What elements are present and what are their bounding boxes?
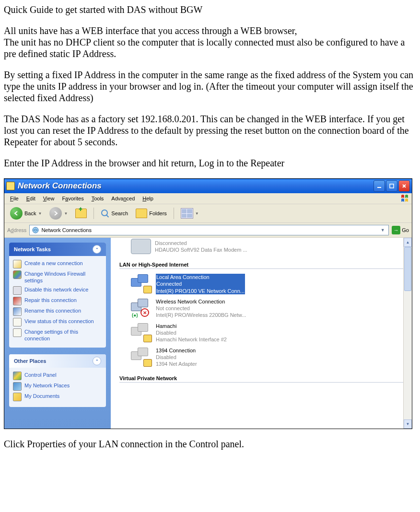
connection-item-dialup[interactable]: Disconnected HDAUDIO SoftV92 Data Fax Mo… xyxy=(130,237,407,256)
scroll-track[interactable] xyxy=(404,247,412,419)
my-documents-icon xyxy=(13,393,22,401)
network-places-icon xyxy=(13,382,22,391)
sidebar-link-my-documents[interactable]: My Documents xyxy=(13,392,102,402)
folders-button[interactable]: Folders xyxy=(133,208,170,219)
go-arrow-icon: → xyxy=(392,226,400,234)
sidebar-title-other-places: Other Places xyxy=(14,358,46,364)
window-titlebar[interactable]: Network Connections xyxy=(4,179,412,193)
search-button[interactable]: Search xyxy=(98,208,131,219)
scroll-down-button[interactable]: ▼ xyxy=(404,419,412,429)
close-button[interactable] xyxy=(398,180,410,192)
ieee1394-connection-icon xyxy=(131,348,152,367)
conn-name: Hamachi xyxy=(156,323,227,329)
menubar: File Edit View Favorites Tools Advanced … xyxy=(4,193,412,204)
views-dropdown-icon[interactable]: ▼ xyxy=(195,211,199,216)
connection-item-lan[interactable]: Local Area Connection Connected Intel(R)… xyxy=(130,272,407,296)
folders-label: Folders xyxy=(149,210,167,216)
sidebar-link-network-places[interactable]: My Network Places xyxy=(13,381,102,392)
address-bar: Address Network Connections ▼ → Go xyxy=(4,223,412,238)
back-dropdown-icon[interactable]: ▼ xyxy=(38,211,42,216)
search-label: Search xyxy=(111,210,128,216)
conn-status: Connected xyxy=(156,280,245,287)
sidebar-link-firewall[interactable]: Change Windows Firewall settings xyxy=(13,269,102,285)
conn-name: Local Area Connection xyxy=(156,274,245,280)
conn-status: Disabled xyxy=(156,354,197,361)
folders-icon xyxy=(136,209,147,218)
menu-file[interactable]: File xyxy=(6,195,23,202)
conn-name: Wireless Network Connection xyxy=(156,298,246,305)
address-dropdown-icon[interactable]: ▼ xyxy=(379,228,386,233)
conn-status: Not connected xyxy=(156,305,246,312)
address-combo[interactable]: Network Connections ▼ xyxy=(29,225,389,235)
menu-view[interactable]: View xyxy=(39,195,58,202)
connection-item-hamachi[interactable]: Hamachi Disabled Hamachi Network Interfa… xyxy=(130,321,407,345)
wizard-icon xyxy=(13,260,22,268)
vertical-scrollbar[interactable]: ▲ ▼ xyxy=(403,238,412,429)
doc-para-4: Enter the IP Address in the browser and … xyxy=(4,157,416,169)
back-label: Back xyxy=(24,210,36,216)
connection-item-1394[interactable]: 1394 Connection Disabled 1394 Net Adapte… xyxy=(130,345,407,370)
sidebar-header-other-places[interactable]: Other Places ⌃ xyxy=(9,354,106,368)
sidebar-link-create-connection[interactable]: Create a new connection xyxy=(13,259,102,269)
back-button[interactable]: Back ▼ xyxy=(7,206,45,221)
doc-title: Quick Guide to get started with DAS with… xyxy=(4,4,416,15)
conn-device: 1394 Net Adapter xyxy=(156,361,197,367)
conn-device: Intel(R) PRO/Wireless 2200BG Netw... xyxy=(156,312,246,318)
maximize-button[interactable] xyxy=(386,180,397,192)
hamachi-connection-icon xyxy=(131,323,152,342)
sidebar-link-change-settings[interactable]: Change settings of this connection xyxy=(13,327,102,343)
sidebar-link-control-panel[interactable]: Control Panel xyxy=(13,371,102,381)
go-button[interactable]: → Go xyxy=(392,226,409,234)
forward-dropdown-icon[interactable]: ▼ xyxy=(64,211,68,216)
address-icon xyxy=(32,226,39,234)
address-value: Network Connections xyxy=(41,227,377,233)
svg-rect-1 xyxy=(390,184,394,188)
menu-help[interactable]: Help xyxy=(139,195,157,202)
shield-icon xyxy=(13,270,22,279)
status-icon xyxy=(13,318,22,326)
up-folder-icon xyxy=(75,209,87,218)
settings-icon xyxy=(13,328,22,337)
collapse-icon[interactable]: ⌃ xyxy=(93,245,101,254)
conn-status: Disabled xyxy=(156,329,227,336)
back-icon xyxy=(10,207,23,220)
conn-device: Intel(R) PRO/100 VE Network Conn... xyxy=(156,288,245,294)
forward-icon xyxy=(49,207,62,220)
sidebar-link-repair[interactable]: Repair this connection xyxy=(13,296,102,306)
section-lan-highspeed: LAN or High-Speed Internet xyxy=(119,260,407,269)
conn-device: Hamachi Network Interface #2 xyxy=(156,336,227,343)
sidebar-link-disable-device[interactable]: Disable this network device xyxy=(13,285,102,296)
scroll-up-button[interactable]: ▲ xyxy=(404,238,412,247)
sidebar-header-network-tasks[interactable]: Network Tasks ⌃ xyxy=(9,243,106,256)
svg-rect-0 xyxy=(377,187,381,188)
conn-device: HDAUDIO SoftV92 Data Fax Modem ... xyxy=(155,246,247,253)
section-vpn: Virtual Private Network xyxy=(119,373,407,383)
collapse-icon[interactable]: ⌃ xyxy=(93,357,101,365)
wireless-connection-icon: ✕ (●) xyxy=(131,299,152,318)
content-pane: Disconnected HDAUDIO SoftV92 Data Fax Mo… xyxy=(111,238,412,429)
menu-favorites[interactable]: Favorites xyxy=(58,195,87,202)
forward-button[interactable]: ▼ xyxy=(47,206,70,221)
repair-icon xyxy=(13,297,22,305)
doc-para-3: The DAS Node has as a factory set 192.16… xyxy=(4,113,416,148)
screenshot-network-connections: Network Connections File Edit View Favor… xyxy=(4,178,412,429)
address-label: Address xyxy=(7,227,26,233)
window-title: Network Connections xyxy=(18,181,102,191)
conn-status: Disconnected xyxy=(155,240,247,246)
windows-logo-icon xyxy=(400,194,410,203)
window-icon xyxy=(6,182,15,190)
views-button[interactable]: ▼ xyxy=(178,207,202,220)
control-panel-icon xyxy=(13,372,22,380)
connection-item-wireless[interactable]: ✕ (●) Wireless Network Connection Not co… xyxy=(130,296,407,321)
views-icon xyxy=(181,208,193,219)
minimize-button[interactable] xyxy=(373,180,385,192)
scroll-thumb[interactable] xyxy=(404,247,411,291)
toolbar: Back ▼ ▼ Search Folders ▼ xyxy=(4,204,412,223)
sidebar-link-view-status[interactable]: View status of this connection xyxy=(13,317,102,327)
menu-edit[interactable]: Edit xyxy=(23,195,39,202)
conn-name: 1394 Connection xyxy=(156,347,197,354)
up-button[interactable] xyxy=(72,208,90,219)
sidebar-link-rename[interactable]: Rename this connection xyxy=(13,306,102,317)
menu-tools[interactable]: Tools xyxy=(88,195,108,202)
menu-advanced[interactable]: Advanced xyxy=(107,195,139,202)
